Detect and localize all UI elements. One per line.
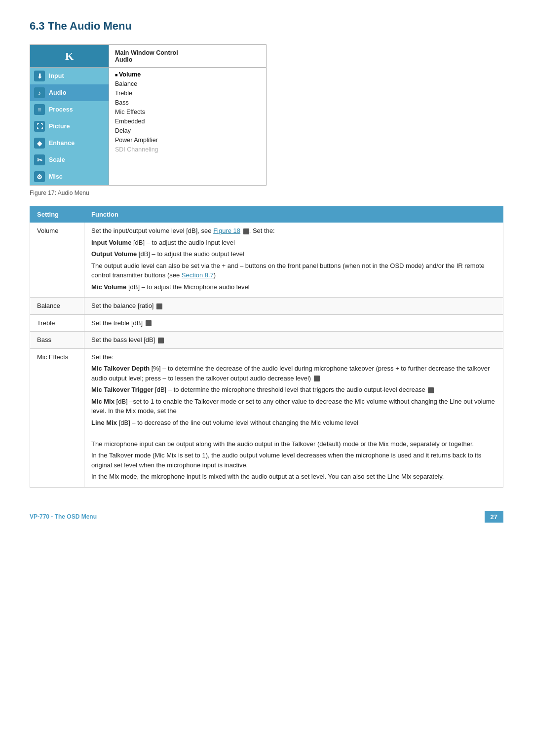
menu-right-item-bass[interactable]: Bass: [115, 99, 260, 107]
menu-item-enhance[interactable]: ◆ Enhance: [30, 135, 109, 151]
setting-balance: Balance: [30, 298, 84, 315]
settings-table: Setting Function Volume Set the input/ou…: [30, 206, 503, 488]
balance-box: [156, 303, 162, 309]
picture-icon: ⛶: [34, 121, 45, 132]
menu-right-item-balance[interactable]: Balance: [115, 80, 260, 88]
menu-right-item-mic-effects[interactable]: Mic Effects: [115, 108, 260, 116]
page-number: 27: [485, 511, 503, 523]
menu-right-item-treble[interactable]: Treble: [115, 89, 260, 97]
col-function: Function: [84, 207, 503, 223]
menu-right-item-volume[interactable]: Volume: [115, 71, 260, 78]
footer-label: VP-770 - The OSD Menu: [30, 513, 97, 520]
menu-right-item-delay[interactable]: Delay: [115, 127, 260, 135]
table-row-bass: Bass Set the bass level [dB]: [30, 332, 503, 349]
kramer-logo: K: [65, 50, 74, 63]
function-treble: Set the treble [dB]: [84, 314, 503, 332]
audio-icon: ♪: [34, 87, 45, 98]
talkover-depth-box: [314, 376, 320, 381]
table-row-balance: Balance Set the balance [ratio]: [30, 298, 503, 315]
menu-item-misc-label: Misc: [49, 173, 63, 180]
setting-treble: Treble: [30, 314, 84, 332]
setting-volume: Volume: [30, 223, 84, 298]
setting-bass: Bass: [30, 332, 84, 349]
table-row-mic-effects: Mic Effects Set the: Mic Talkover Depth …: [30, 348, 503, 487]
footer: VP-770 - The OSD Menu 27: [30, 507, 503, 523]
menu-item-audio[interactable]: ♪ Audio: [30, 84, 109, 101]
menu-item-input-label: Input: [49, 73, 64, 79]
menu-right-item-power-amplifier[interactable]: Power Amplifier: [115, 136, 260, 144]
menu-right-items: Volume Balance Treble Bass Mic Effects E…: [109, 68, 266, 156]
menu-item-process-label: Process: [49, 106, 73, 113]
function-bass: Set the bass level [dB]: [84, 332, 503, 349]
menu-item-picture-label: Picture: [49, 123, 70, 130]
menu-item-enhance-label: Enhance: [49, 140, 75, 147]
function-balance: Set the balance [ratio]: [84, 298, 503, 315]
menu-item-picture[interactable]: ⛶ Picture: [30, 118, 109, 135]
menu-left-panel: K ⬇ Input ♪ Audio ≡ Process ⛶ Picture ◆ …: [30, 45, 109, 185]
menu-item-scale-label: Scale: [49, 156, 65, 163]
setting-mic-effects: Mic Effects: [30, 348, 84, 487]
figure18-box: [243, 228, 249, 234]
table-row-treble: Treble Set the treble [dB]: [30, 314, 503, 332]
bass-box: [158, 338, 164, 343]
col-setting: Setting: [30, 207, 84, 223]
menu-header-line2: Audio: [115, 56, 178, 63]
menu-right-panel: Main Window Control Audio Volume Balance…: [109, 45, 266, 185]
talkover-trigger-box: [428, 387, 434, 393]
menu-right-item-embedded[interactable]: Embedded: [115, 117, 260, 125]
menu-item-input[interactable]: ⬇ Input: [30, 68, 109, 84]
function-mic-effects: Set the: Mic Talkover Depth [%] – to det…: [84, 348, 503, 487]
figure-caption: Figure 17: Audio Menu: [30, 189, 503, 196]
function-volume: Set the input/output volume level [dB], …: [84, 223, 503, 298]
table-row-volume: Volume Set the input/output volume level…: [30, 223, 503, 298]
figure18-link[interactable]: Figure 18: [213, 227, 240, 234]
scale-icon: ✂: [34, 154, 45, 165]
menu-item-misc[interactable]: ⚙ Misc: [30, 168, 109, 185]
menu-item-audio-label: Audio: [49, 89, 66, 96]
section-title: 6.3 The Audio Menu: [30, 20, 503, 33]
menu-item-scale[interactable]: ✂ Scale: [30, 151, 109, 168]
menu-right-item-sdi-channeling[interactable]: SDI Channeling: [115, 146, 260, 153]
process-icon: ≡: [34, 104, 45, 115]
menu-right-header: Main Window Control Audio: [109, 45, 266, 68]
menu-diagram: K ⬇ Input ♪ Audio ≡ Process ⛶ Picture ◆ …: [30, 44, 266, 186]
enhance-icon: ◆: [34, 138, 45, 149]
section87-link[interactable]: Section 8.7: [182, 271, 214, 279]
treble-box: [146, 320, 152, 326]
misc-icon: ⚙: [34, 171, 45, 182]
menu-logo: K: [30, 45, 109, 68]
menu-header-line1: Main Window Control: [115, 49, 178, 56]
input-icon: ⬇: [34, 71, 45, 81]
menu-item-process[interactable]: ≡ Process: [30, 101, 109, 118]
